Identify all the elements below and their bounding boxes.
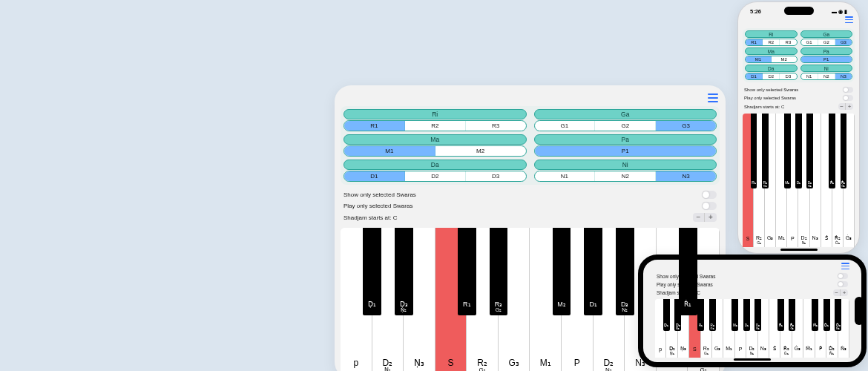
swara-option[interactable]: D2: [763, 73, 780, 79]
piano-key-black[interactable]: Ḍ₃Ṇ₂: [395, 228, 413, 315]
piano-key-black[interactable]: M₂: [553, 228, 571, 315]
swara-segmented-control[interactable]: D1D2D3: [343, 171, 527, 182]
menu-icon[interactable]: [708, 93, 718, 102]
toggle-show-only[interactable]: [838, 273, 848, 279]
swara-option[interactable]: P1: [535, 146, 717, 156]
swara-group-label: Pa: [534, 134, 717, 145]
key-label: Ṅ₃: [841, 346, 846, 352]
swara-segmented-control[interactable]: D1D2D3: [745, 73, 798, 80]
piano-key-black[interactable]: Ṙ₁: [777, 299, 784, 331]
swara-segmented-control[interactable]: R1R2R3: [745, 39, 798, 46]
piano-key-black[interactable]: Ṁ₂: [812, 299, 818, 331]
swara-option[interactable]: R1: [746, 39, 763, 45]
piano-key-black[interactable]: R₃G₂: [709, 299, 716, 331]
piano-key-black[interactable]: Ḍ₁: [663, 299, 670, 331]
swara-segmented-control[interactable]: R1R2R3: [343, 120, 527, 131]
swara-option[interactable]: P1: [801, 56, 852, 62]
swara-option[interactable]: M1: [344, 146, 435, 156]
swara-segmented-control[interactable]: G1G2G3: [534, 120, 717, 131]
piano-key-black[interactable]: Ṙ₁: [829, 114, 835, 188]
swara-option[interactable]: R1: [344, 121, 405, 131]
key-sublabel: Ġ₂: [841, 184, 845, 188]
piano-key-black[interactable]: R₁: [458, 228, 476, 315]
setting-label: Play only selected Swaras: [343, 203, 412, 209]
toggle-show-only[interactable]: [843, 87, 853, 93]
stepper-plus[interactable]: +: [846, 103, 853, 110]
swara-option[interactable]: N2: [818, 73, 835, 79]
key-sublabel: Ġ₁: [784, 351, 789, 355]
key-label: Ḋ₁: [824, 324, 829, 327]
piano-key-black[interactable]: D₃N₂: [806, 114, 813, 188]
swara-option[interactable]: M2: [772, 56, 797, 62]
swara-option[interactable]: M1: [746, 56, 772, 62]
piano-key-black[interactable]: Ṙ₃Ġ₂: [789, 299, 795, 331]
toggle-play-only[interactable]: [702, 202, 717, 210]
shadjam-stepper[interactable]: − +: [833, 289, 848, 296]
piano-key-black[interactable]: D₁: [584, 228, 602, 315]
swara-segmented-control[interactable]: N1N2N3: [534, 171, 717, 182]
menu-icon[interactable]: [845, 16, 853, 23]
swara-group-label: Ga: [534, 109, 717, 119]
piano-key-black[interactable]: Ḍ₃Ṇ₂: [674, 299, 681, 331]
swara-option[interactable]: G2: [595, 121, 656, 131]
key-label: p: [659, 347, 662, 352]
swara-group-ga: GaG1G2G3: [800, 30, 853, 46]
piano-key-black[interactable]: R₁: [697, 299, 704, 331]
swara-group-ni: NiN1N2N3: [534, 160, 717, 182]
piano-key-black[interactable]: R₃G₂: [762, 114, 769, 188]
stepper-minus[interactable]: −: [833, 289, 841, 296]
piano-key-black[interactable]: D₁: [743, 299, 750, 331]
swara-option[interactable]: G1: [535, 121, 596, 131]
toggle-play-only[interactable]: [838, 281, 848, 287]
swara-segmented-control[interactable]: P1: [800, 56, 853, 63]
swara-option[interactable]: G3: [835, 39, 852, 45]
stepper-plus[interactable]: +: [705, 213, 717, 222]
piano-key-black[interactable]: R₃G₂: [490, 228, 508, 315]
swara-option[interactable]: N1: [535, 171, 596, 181]
menu-icon[interactable]: [841, 263, 849, 269]
shadjam-stepper[interactable]: − +: [693, 213, 717, 222]
piano-key-black[interactable]: M₂: [731, 299, 738, 331]
stepper-plus[interactable]: +: [841, 289, 848, 296]
swara-option[interactable]: G2: [818, 39, 835, 45]
toggle-play-only[interactable]: [843, 95, 853, 101]
key-sublabel: G₂: [710, 326, 714, 330]
swara-option[interactable]: D2: [405, 171, 466, 181]
piano-key-black[interactable]: Ḋ₃Ṅ₂: [835, 299, 841, 331]
toggle-show-only[interactable]: [702, 191, 717, 199]
piano-key-black[interactable]: Ḋ₁: [823, 299, 830, 331]
piano-key-black[interactable]: Ḍ₁: [363, 228, 381, 315]
piano-key-black[interactable]: M₂: [784, 114, 791, 188]
stepper-minus[interactable]: −: [693, 213, 705, 222]
swara-option[interactable]: N2: [595, 171, 656, 181]
swara-segmented-control[interactable]: M1M2: [745, 56, 798, 63]
swara-option[interactable]: D3: [466, 171, 526, 181]
swara-segmented-control[interactable]: N1N2N3: [800, 73, 853, 80]
swara-segmented-control[interactable]: G1G2G3: [800, 39, 853, 46]
swara-option[interactable]: M2: [435, 146, 526, 156]
swara-option[interactable]: N1: [801, 73, 818, 79]
swara-option[interactable]: G1: [801, 39, 818, 45]
key-label: S: [448, 358, 454, 368]
swara-option[interactable]: D1: [344, 171, 405, 181]
swara-option[interactable]: R3: [780, 39, 796, 45]
piano-key-black[interactable]: D₃N₂: [754, 299, 761, 331]
shadjam-stepper[interactable]: − +: [838, 103, 853, 110]
swara-segmented-control[interactable]: M1M2: [343, 145, 527, 157]
key-label: P: [739, 347, 743, 352]
swara-option[interactable]: R2: [405, 121, 466, 131]
swara-option[interactable]: D3: [780, 73, 796, 79]
swara-segmented-control[interactable]: P1: [534, 145, 717, 157]
stepper-minus[interactable]: −: [838, 103, 846, 110]
piano-key-black[interactable]: Ṙ₁: [679, 228, 697, 315]
swara-option[interactable]: N3: [656, 171, 716, 181]
swara-option[interactable]: N3: [835, 73, 852, 79]
piano-key-black[interactable]: D₁: [795, 114, 802, 188]
swara-option[interactable]: D1: [746, 73, 763, 79]
swara-option[interactable]: G3: [656, 121, 716, 131]
piano-key-black[interactable]: R₁: [751, 114, 757, 188]
piano-key-black[interactable]: Ṙ₃Ġ₂: [841, 114, 847, 188]
piano-key-black[interactable]: D₃N₂: [616, 228, 634, 315]
swara-option[interactable]: R3: [466, 121, 526, 131]
swara-option[interactable]: R2: [763, 39, 780, 45]
